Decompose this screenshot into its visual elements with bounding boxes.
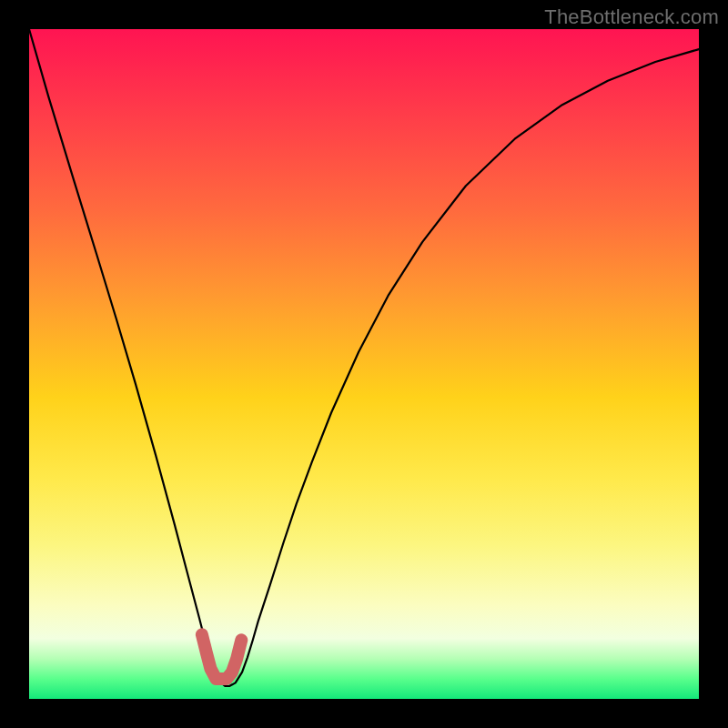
minimum-marker-path	[202, 634, 241, 679]
chart-svg	[29, 29, 699, 699]
curve-path	[29, 29, 699, 686]
watermark-text: TheBottleneck.com	[544, 5, 719, 29]
chart-frame: TheBottleneck.com	[0, 0, 728, 728]
